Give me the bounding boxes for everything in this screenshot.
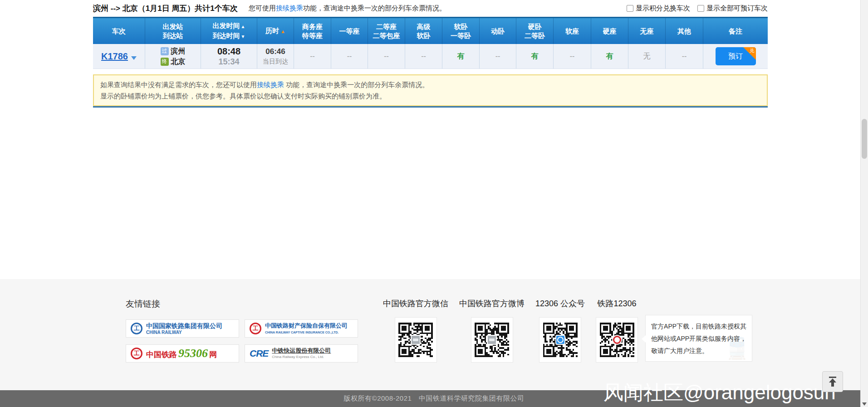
arrive-station: 北京 <box>171 56 186 67</box>
route-date: （1月1日 周五） <box>138 4 195 13</box>
notice-line1: 如果查询结果中没有满足需求的车次，您还可以使用接续换乘 功能，查询途中换乘一次的… <box>100 79 760 90</box>
show-all-option: 显示全部可预订车次 <box>697 4 768 13</box>
arrive-day: 当日到达 <box>263 57 288 66</box>
qr-section: 中国铁路官方微信 中国铁路官方微博 12306 公众号 <box>383 298 752 363</box>
col-stations: 出发站到达站 <box>145 18 201 44</box>
book-button[interactable]: 预订兑 <box>716 47 756 65</box>
route-summary: 滨州 --> 北京（1月1日 周五）共计1个车次 <box>93 3 238 14</box>
expand-caret-icon[interactable] <box>131 56 137 60</box>
seat-soft-sleeper: 有 <box>442 44 480 69</box>
seat-motor-sleeper: -- <box>480 44 516 69</box>
train-results-table: 车次 出发站到达站 出发时间▲ 到达时间▼ 历时▲ 商务座特等座 一等座 二等座… <box>93 17 768 69</box>
copyright-text: 版权所有©2008-2021 中国铁道科学研究院集团有限公司 <box>344 394 525 403</box>
transfer-link[interactable]: 接续换乘 <box>276 4 303 12</box>
cre-logo-icon: CRE <box>250 348 268 359</box>
seat-second-class: -- <box>368 44 405 69</box>
sort-active-asc-icon[interactable]: ▲ <box>280 29 285 34</box>
col-remark: 备注 <box>703 18 768 44</box>
link-china-railway-group[interactable]: 工 中国国家铁路集团有限公司 CHINA RAILWAY <box>126 319 239 338</box>
route-from: 滨州 <box>93 4 108 13</box>
seat-soft-seat: -- <box>554 44 591 69</box>
back-to-top-button[interactable] <box>822 371 843 392</box>
route-arrow: --> <box>111 4 120 13</box>
duration-cell: 06:46 当日到达 <box>257 44 294 69</box>
link-cre[interactable]: CRE 中铁快运股份有限公司 China Railway Express Co.… <box>245 344 358 363</box>
train-photo-icon <box>487 335 497 345</box>
col-business-seat: 商务座特等座 <box>294 18 331 44</box>
divider <box>93 106 768 108</box>
pass-station-badge: 过 <box>161 47 169 55</box>
scrollbar-thumb[interactable] <box>862 119 867 159</box>
route-count: 共计1个车次 <box>195 4 237 13</box>
table-header: 车次 出发站到达站 出发时间▲ 到达时间▼ 历时▲ 商务座特等座 一等座 二等座… <box>93 17 768 44</box>
col-second-class: 二等座二等包座 <box>368 18 405 44</box>
seat-premium-soft-sleeper: -- <box>405 44 442 69</box>
scrollbar-down-arrow-icon[interactable] <box>862 402 867 406</box>
query-bar: 滨州 --> 北京（1月1日 周五）共计1个车次 您可使用接续换乘功能，查询途中… <box>93 0 768 17</box>
hint-suffix: 功能，查询途中换乘一次的部分列车余票情况。 <box>303 4 446 12</box>
show-all-label: 显示全部可预订车次 <box>706 4 768 13</box>
insurance-logo-icon: 工 <box>250 323 261 334</box>
seat-other: -- <box>666 44 703 69</box>
main-content: 滨州 --> 北京（1月1日 周五）共计1个车次 您可使用接续换乘功能，查询途中… <box>0 0 868 279</box>
qr-official-account: 12306 公众号 <box>535 298 585 363</box>
col-train-no: 车次 <box>93 18 145 44</box>
footer: 友情链接 工 中国国家铁路集团有限公司 CHINA RAILWAY 工 中国铁路… <box>0 279 868 390</box>
transfer-hint: 您可使用接续换乘功能，查询途中换乘一次的部分列车余票情况。 <box>249 4 446 13</box>
col-other: 其他 <box>666 18 703 44</box>
col-hard-seat: 硬座 <box>591 18 628 44</box>
seat-first-class: -- <box>331 44 368 69</box>
col-times-sortable[interactable]: 出发时间▲ 到达时间▼ <box>201 18 257 44</box>
seat-hard-sleeper: 有 <box>516 44 554 69</box>
train-no-cell: K1786 <box>93 44 145 69</box>
notice-box: 如果查询结果中没有满足需求的车次，您还可以使用接续换乘 功能，查询途中换乘一次的… <box>93 74 768 106</box>
12306-app-icon <box>555 335 565 345</box>
remark-cell: 预订兑 <box>703 44 768 69</box>
qr-wechat: 中国铁路官方微信 <box>383 298 448 363</box>
china-railway-logo-icon: 工 <box>131 323 142 334</box>
qr-weibo: 中国铁路官方微博 <box>459 298 525 363</box>
95306-logo-icon: 工 <box>131 348 142 359</box>
notice-line2: 显示的卧铺票价均为上铺票价，供您参考。具体票价以您确认支付时实际购买的铺别票价为… <box>100 90 760 102</box>
link-captive-insurance[interactable]: 工 中国铁路财产保险自保有限公司 CHINA RAILWAY CAPTIVE I… <box>245 319 358 338</box>
points-exchange-label: 显示积分兑换车次 <box>636 4 690 13</box>
display-options: 显示积分兑换车次 显示全部可预订车次 <box>627 4 768 13</box>
friend-links-title: 友情链接 <box>126 298 358 310</box>
col-duration-sortable[interactable]: 历时▲ <box>257 18 294 44</box>
route-to: 北京 <box>123 4 138 13</box>
depart-time: 08:48 <box>217 46 240 57</box>
seat-hard-seat: 有 <box>591 44 628 69</box>
show-all-checkbox[interactable] <box>697 5 704 12</box>
seat-no-seat: 无 <box>628 44 666 69</box>
col-soft-sleeper: 软卧一等卧 <box>442 18 480 44</box>
notice-transfer-link[interactable]: 接续换乘 <box>257 81 284 88</box>
col-no-seat: 无座 <box>628 18 666 44</box>
hint-prefix: 您可使用 <box>249 4 276 12</box>
points-exchange-option: 显示积分兑换车次 <box>627 4 690 13</box>
train-row: K1786 过滨州 终北京 08:48 15:34 06:46 当日到达 -- … <box>93 44 768 69</box>
qr-railway-12306: 铁路12306 <box>596 298 638 363</box>
points-exchange-checkbox[interactable] <box>627 5 633 12</box>
col-soft-seat: 软座 <box>554 18 591 44</box>
col-premium-soft-sleeper: 高级软卧 <box>405 18 442 44</box>
notice-area: 如果查询结果中没有满足需求的车次，您还可以使用接续换乘 功能，查询途中换乘一次的… <box>93 74 768 108</box>
sort-desc-icon[interactable]: ▼ <box>241 34 245 39</box>
col-first-class: 一等座 <box>331 18 368 44</box>
train-photo-icon <box>411 335 421 345</box>
seat-business: -- <box>294 44 331 69</box>
link-95306[interactable]: 工 中国铁路 95306 网 <box>126 344 239 363</box>
vertical-scrollbar[interactable] <box>860 0 868 407</box>
depart-station: 滨州 <box>171 46 186 56</box>
col-hard-sleeper: 硬卧二等卧 <box>516 18 554 44</box>
col-motor-sleeper: 动卧 <box>480 18 516 44</box>
train-no-link[interactable]: K1786 <box>101 51 128 62</box>
stations-cell: 过滨州 终北京 <box>145 44 201 69</box>
duration: 06:46 <box>265 46 285 57</box>
friend-links: 友情链接 工 中国国家铁路集团有限公司 CHINA RAILWAY 工 中国铁路… <box>126 298 358 363</box>
app-download-notice: 官方APP下载，目前铁路未授权其他网站或APP开展类似服务内容，敬请广大用户注意… <box>645 315 752 362</box>
arrive-time: 15:34 <box>218 57 239 67</box>
arrow-up-icon <box>826 375 839 388</box>
sort-asc-icon[interactable]: ▲ <box>241 24 245 29</box>
copyright-bar: 版权所有©2008-2021 中国铁道科学研究院集团有限公司 <box>0 390 868 407</box>
terminal-station-badge: 终 <box>161 58 169 66</box>
